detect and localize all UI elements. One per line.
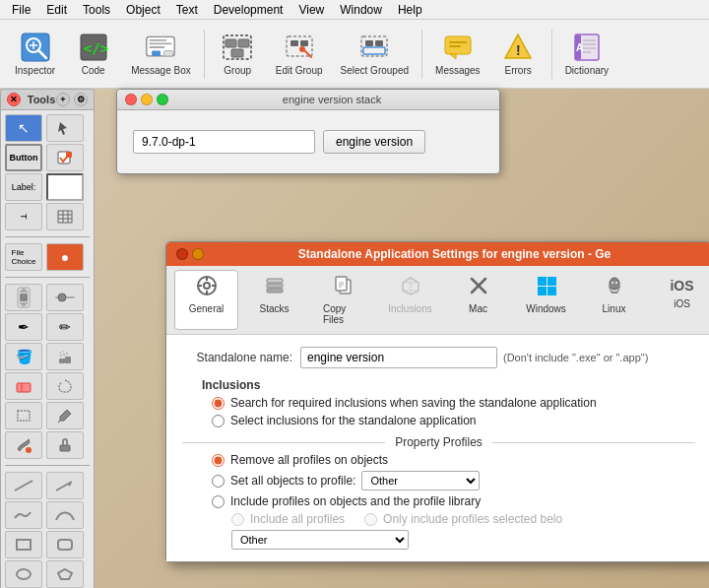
radio-search[interactable]: [212, 397, 225, 410]
standalone-name-input[interactable]: [300, 347, 497, 368]
engine-minimize-btn[interactable]: [141, 94, 153, 105]
radio-only-include[interactable]: [364, 513, 377, 526]
code-button[interactable]: </> Code: [66, 25, 120, 84]
tab-copyfiles[interactable]: Copy Files: [310, 270, 374, 330]
tools-close-btn[interactable]: ✕: [7, 93, 21, 106]
tool-field[interactable]: [46, 173, 84, 201]
bottom-dropdown[interactable]: Other: [231, 530, 409, 550]
tool-text-vertical[interactable]: T: [5, 203, 42, 230]
tool-eyedropper[interactable]: [46, 402, 84, 429]
tab-ios[interactable]: iOS iOS: [650, 270, 709, 330]
mac-tab-icon: [468, 275, 489, 301]
radio-setall[interactable]: [212, 475, 225, 488]
engine-body: engine version: [117, 110, 499, 173]
engine-version-button[interactable]: engine version: [323, 130, 425, 154]
copyfiles-tab-icon: [332, 275, 354, 301]
svg-rect-41: [58, 211, 72, 223]
tool-label[interactable]: Label:: [5, 173, 42, 201]
menu-tools[interactable]: Tools: [75, 1, 118, 19]
standalone-name-label: Standalone name:: [182, 351, 300, 364]
tab-inclusions[interactable]: Inclusions: [378, 270, 442, 330]
menu-edit[interactable]: Edit: [38, 1, 75, 19]
tools-divider1: [5, 236, 90, 237]
radio-remove-row: Remove all profiles on objects: [212, 453, 695, 467]
messagebox-button[interactable]: Message Box: [124, 25, 198, 84]
inspector-button[interactable]: Inspector: [8, 25, 62, 84]
errors-label: Errors: [505, 65, 532, 76]
messages-button[interactable]: Messages: [428, 25, 487, 84]
menu-window[interactable]: Window: [332, 1, 390, 19]
tool-line[interactable]: [5, 472, 42, 499]
tool-radiobutton[interactable]: ●: [46, 243, 84, 271]
tool-table[interactable]: [46, 203, 84, 230]
radio-remove[interactable]: [212, 454, 225, 467]
dictionary-button[interactable]: A Dictionary: [558, 25, 615, 84]
menu-help[interactable]: Help: [390, 1, 430, 19]
tool-poly[interactable]: [46, 560, 84, 588]
messages-icon: [442, 32, 474, 63]
menu-development[interactable]: Development: [206, 1, 291, 19]
tool-browse[interactable]: [46, 114, 84, 142]
tab-stacks[interactable]: Stacks: [242, 270, 306, 330]
tool-paint[interactable]: [5, 431, 42, 459]
radio-setall-label: Set all objects to profile:: [230, 474, 355, 488]
tool-rectsel[interactable]: [5, 402, 42, 429]
svg-rect-52: [65, 357, 71, 363]
tool-freehand[interactable]: [5, 501, 42, 529]
menu-text[interactable]: Text: [168, 1, 206, 19]
tool-select[interactable]: ↖: [5, 114, 42, 142]
tool-arrow[interactable]: [46, 472, 84, 499]
tools-gear-btn[interactable]: ⚙: [74, 93, 88, 106]
svg-rect-22: [361, 36, 387, 56]
profile-dropdown[interactable]: Other: [361, 471, 480, 490]
selectgrouped-button[interactable]: Select Grouped: [334, 25, 417, 84]
standalone-tabs: General Stacks: [166, 266, 709, 335]
tool-roundrect[interactable]: [46, 531, 84, 558]
radio-select[interactable]: [212, 415, 225, 427]
tool-spray[interactable]: [46, 343, 84, 370]
tool-eraser[interactable]: [5, 372, 42, 400]
svg-rect-69: [17, 540, 31, 550]
tool-lasso[interactable]: [46, 372, 84, 400]
tool-stamp[interactable]: [46, 431, 84, 459]
tool-curve[interactable]: [46, 501, 84, 529]
tool-checkbox[interactable]: [46, 144, 84, 171]
tab-ios-label: iOS: [674, 298, 690, 309]
engine-maximize-btn[interactable]: [157, 94, 168, 105]
tool-filechooser[interactable]: FileChoice: [5, 243, 42, 271]
tools-add-btn[interactable]: +: [56, 93, 70, 106]
radio-search-row: Search for required inclusions when savi…: [212, 396, 695, 410]
menu-object[interactable]: Object: [118, 1, 168, 19]
tab-general[interactable]: General: [174, 270, 238, 330]
tool-pen[interactable]: ✒: [5, 313, 42, 341]
svg-rect-90: [548, 277, 556, 286]
menu-file[interactable]: File: [4, 1, 38, 19]
toolbar-sep3: [551, 30, 552, 79]
standalone-close-btn[interactable]: [176, 248, 188, 260]
tab-windows[interactable]: Windows: [514, 270, 578, 330]
tool-button[interactable]: Button: [5, 144, 42, 171]
group-button[interactable]: Group: [211, 25, 265, 84]
tab-linux[interactable]: Linux: [582, 270, 646, 330]
menu-view[interactable]: View: [290, 1, 332, 19]
tool-bucket[interactable]: 🪣: [5, 343, 42, 370]
radio-include[interactable]: [212, 495, 225, 508]
tool-slider[interactable]: [46, 284, 84, 311]
engine-close-btn[interactable]: [125, 94, 137, 105]
tool-pencil[interactable]: ✏: [46, 313, 84, 341]
editgroup-button[interactable]: Edit Group: [269, 25, 330, 84]
menubar: File Edit Tools Object Text Development …: [0, 0, 709, 20]
errors-button[interactable]: ! Errors: [491, 25, 546, 84]
tools-divider2: [5, 277, 90, 278]
tab-mac[interactable]: Mac: [446, 270, 510, 330]
tool-scrollbar[interactable]: [5, 284, 42, 311]
tab-general-label: General: [189, 303, 225, 314]
tools-grid3: ✒ ✏ 🪣: [1, 280, 94, 463]
tool-oval[interactable]: [5, 560, 42, 588]
tool-rect[interactable]: [5, 531, 42, 558]
radio-include-all[interactable]: [231, 513, 244, 526]
messages-label: Messages: [435, 65, 481, 76]
standalone-minimize-btn[interactable]: [192, 248, 204, 260]
stacks-tab-icon: [264, 275, 286, 301]
engine-version-input[interactable]: [133, 130, 315, 154]
